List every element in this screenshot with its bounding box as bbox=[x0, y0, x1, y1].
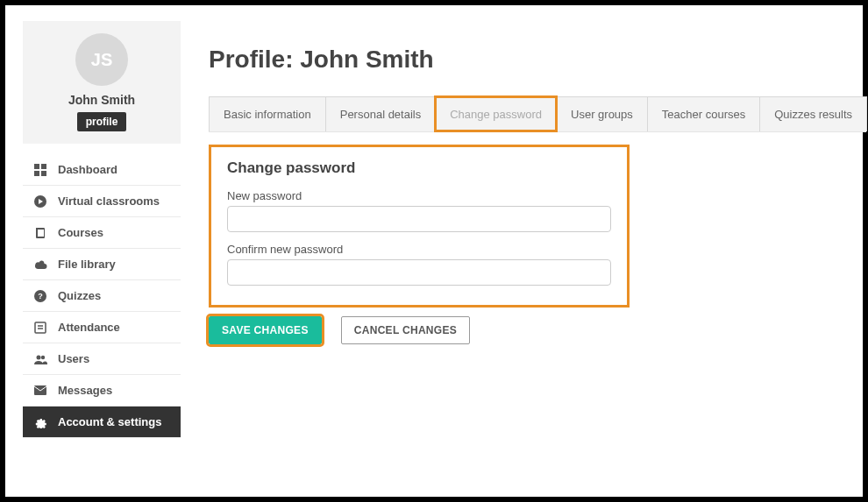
avatar-initials: JS bbox=[91, 50, 112, 70]
profile-card: JS John Smith profile bbox=[23, 21, 181, 144]
tab-personal-details[interactable]: Personal details bbox=[325, 96, 437, 131]
tab-teacher-courses[interactable]: Teacher courses bbox=[647, 96, 760, 131]
sidebar-item-dashboard[interactable]: Dashboard bbox=[23, 154, 181, 186]
sidebar-item-label: Account & settings bbox=[58, 415, 161, 428]
svg-rect-7 bbox=[35, 322, 46, 333]
sidebar-item-label: Messages bbox=[58, 384, 112, 397]
sidebar-nav: Dashboard Virtual classrooms Courses Fil… bbox=[23, 154, 181, 438]
sidebar-item-label: Attendance bbox=[58, 321, 120, 334]
book-icon bbox=[33, 227, 47, 239]
app-frame: JS John Smith profile Dashboard Virtual … bbox=[0, 0, 868, 502]
dashboard-icon bbox=[33, 164, 47, 176]
avatar: JS bbox=[75, 33, 128, 86]
sidebar-item-label: Courses bbox=[58, 226, 103, 239]
panel-heading: Change password bbox=[227, 159, 611, 177]
sidebar-item-users[interactable]: Users bbox=[23, 343, 181, 375]
sidebar-item-label: Quizzes bbox=[58, 289, 101, 302]
change-password-panel: Change password New password Confirm new… bbox=[209, 145, 630, 308]
new-password-label: New password bbox=[227, 189, 611, 202]
svg-point-10 bbox=[36, 355, 40, 359]
tab-basic-information[interactable]: Basic information bbox=[209, 96, 326, 131]
svg-point-11 bbox=[40, 355, 44, 358]
svg-text:?: ? bbox=[38, 292, 43, 300]
sidebar-item-account-settings[interactable]: Account & settings bbox=[23, 407, 181, 438]
sidebar-item-label: File library bbox=[58, 258, 116, 271]
svg-rect-2 bbox=[34, 171, 39, 176]
svg-rect-1 bbox=[41, 164, 46, 169]
svg-rect-3 bbox=[41, 171, 46, 176]
sidebar-item-file-library[interactable]: File library bbox=[23, 249, 181, 280]
sidebar-item-label: Virtual classrooms bbox=[58, 194, 160, 208]
cloud-icon bbox=[33, 259, 47, 269]
sidebar: JS John Smith profile Dashboard Virtual … bbox=[23, 21, 181, 488]
tabs: Basic information Personal details Chang… bbox=[209, 96, 866, 132]
sidebar-item-quizzes[interactable]: ? Quizzes bbox=[23, 280, 181, 312]
page-title: Profile: John Smith bbox=[209, 46, 866, 74]
sidebar-item-messages[interactable]: Messages bbox=[23, 375, 181, 407]
tab-user-groups[interactable]: User groups bbox=[556, 96, 648, 131]
save-button[interactable]: SAVE CHANGES bbox=[209, 316, 322, 344]
profile-name: John Smith bbox=[30, 93, 174, 107]
sidebar-item-label: Dashboard bbox=[58, 163, 117, 176]
form-actions: SAVE CHANGES CANCEL CHANGES bbox=[209, 316, 866, 344]
sidebar-item-label: Users bbox=[58, 352, 89, 365]
question-circle-icon: ? bbox=[33, 290, 47, 302]
list-icon bbox=[33, 322, 47, 334]
tab-change-password[interactable]: Change password bbox=[435, 96, 557, 131]
play-circle-icon bbox=[33, 195, 47, 208]
envelope-icon bbox=[33, 385, 47, 395]
gear-icon bbox=[33, 416, 47, 428]
tab-quizzes-results[interactable]: Quizzes results bbox=[759, 96, 867, 131]
sidebar-item-courses[interactable]: Courses bbox=[23, 217, 181, 249]
confirm-password-input[interactable] bbox=[227, 259, 611, 286]
profile-badge[interactable]: profile bbox=[77, 112, 127, 131]
sidebar-item-virtual-classrooms[interactable]: Virtual classrooms bbox=[23, 186, 181, 217]
new-password-input[interactable] bbox=[227, 206, 611, 232]
users-icon bbox=[33, 354, 47, 364]
cancel-button[interactable]: CANCEL CHANGES bbox=[341, 316, 470, 344]
svg-rect-0 bbox=[34, 164, 39, 169]
confirm-password-label: Confirm new password bbox=[227, 243, 611, 256]
sidebar-item-attendance[interactable]: Attendance bbox=[23, 312, 181, 343]
main-content: Profile: John Smith Basic information Pe… bbox=[209, 21, 866, 488]
